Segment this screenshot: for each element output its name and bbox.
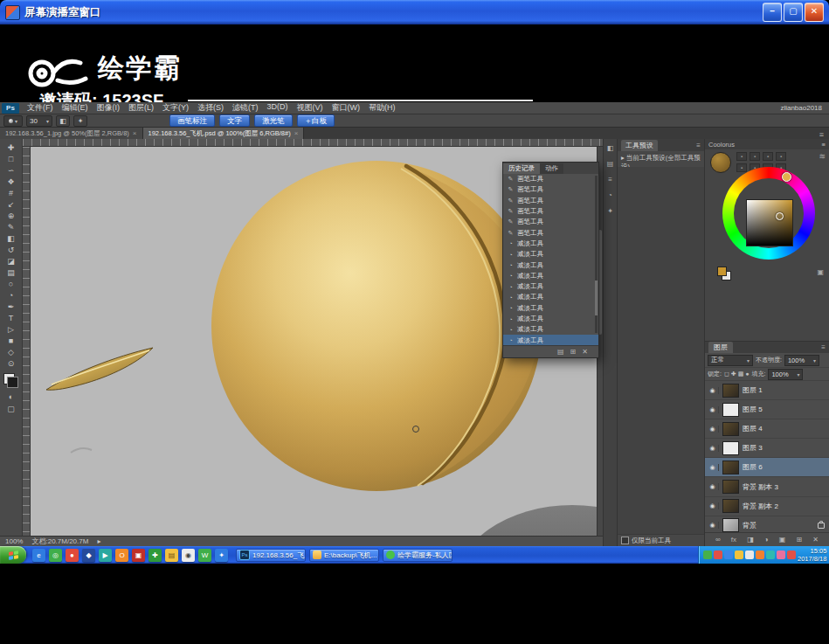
layer-thumbnail[interactable]	[722, 518, 739, 532]
visibility-eye-icon[interactable]: ◉	[707, 464, 719, 471]
tool-button[interactable]: ⊙	[4, 359, 18, 370]
collapsed-panel-icon[interactable]: ◔	[608, 191, 612, 199]
tool-button[interactable]: □	[4, 155, 18, 165]
panel-menu-icon[interactable]: ≡	[696, 142, 701, 149]
maximize-button[interactable]: ▢	[784, 3, 803, 22]
tray-icon[interactable]	[735, 551, 743, 559]
minimize-button[interactable]: –	[763, 3, 782, 22]
history-footer-icon[interactable]: ✕	[582, 348, 588, 356]
history-state-row[interactable]: ◔ 减淡工具	[503, 303, 598, 314]
tray-icon[interactable]	[756, 551, 764, 559]
history-state-row[interactable]: ✎ 画笔工具	[503, 184, 598, 195]
history-state-row[interactable]: ◔ 减淡工具	[503, 281, 598, 292]
history-footer-icon[interactable]: ▤	[557, 348, 564, 356]
overlay-tool-button[interactable]: 画笔标注	[169, 114, 215, 127]
history-footer-icon[interactable]: ⊞	[570, 348, 577, 356]
tool-presets-tab[interactable]: 工具预设	[621, 140, 658, 151]
history-state-row[interactable]: ◔ 减淡工具	[503, 249, 598, 260]
tool-button[interactable]: ⊕	[4, 211, 18, 222]
opacity-value[interactable]: 100% ▾	[784, 355, 819, 366]
tray-icon[interactable]	[745, 551, 754, 559]
quick-launch-icon[interactable]: ●	[66, 549, 79, 562]
fg-bg-mini-swatches[interactable]	[717, 267, 731, 280]
history-state-row[interactable]: ◔ 减淡工具	[503, 335, 598, 345]
tool-button[interactable]: ▤	[4, 268, 18, 279]
color-swatches[interactable]	[3, 373, 18, 388]
blend-mode-select[interactable]: 正常 ▾	[708, 355, 753, 366]
color-option-icon[interactable]: ▪	[736, 152, 747, 161]
current-tool-only-checkbox[interactable]	[621, 537, 629, 544]
layers-footer-icon[interactable]: ◑	[764, 536, 769, 544]
visibility-eye-icon[interactable]: ◉	[707, 387, 719, 394]
menu-item[interactable]: 文件(F)	[23, 102, 58, 114]
history-state-row[interactable]: ✎ 画笔工具	[503, 227, 598, 238]
tool-button[interactable]: ↺	[4, 246, 18, 256]
history-state-row[interactable]: ◔ 减淡工具	[503, 239, 598, 249]
collapsed-panel-icon[interactable]: ≡	[608, 176, 612, 184]
layer-row[interactable]: ◉ 背景	[705, 516, 829, 532]
zoom-level[interactable]: 100%	[5, 537, 23, 545]
layer-row[interactable]: ◉ 背景 副本 2	[705, 497, 829, 516]
toggle-brush-panel-button[interactable]: ◧	[56, 115, 70, 127]
layer-row[interactable]: ◉ 图层 6	[705, 458, 829, 477]
tray-icon[interactable]	[766, 551, 775, 559]
layers-footer-icon[interactable]: ◨	[747, 536, 754, 544]
background-color-swatch[interactable]	[7, 377, 18, 388]
task-button[interactable]: Ps 192.168.3.56_飞...	[236, 549, 306, 562]
history-state-row[interactable]: ✎ 画笔工具	[503, 174, 598, 184]
menu-item[interactable]: 3D(D)	[263, 102, 293, 114]
history-state-row[interactable]: ◔ 减淡工具	[503, 271, 598, 281]
history-state-row[interactable]: ◔ 减淡工具	[503, 314, 598, 324]
history-state-row[interactable]: ◔ 减淡工具	[503, 324, 598, 335]
menu-item[interactable]: 文字(Y)	[158, 102, 193, 114]
menu-item[interactable]: 窗口(W)	[328, 102, 365, 114]
quick-launch-icon[interactable]: ✚	[149, 549, 162, 562]
layers-footer-icon[interactable]: fx	[731, 536, 736, 544]
color-option-icon[interactable]: ▪	[750, 152, 760, 161]
close-tab-icon[interactable]: ×	[133, 129, 137, 137]
quick-launch-icon[interactable]: O	[115, 549, 128, 562]
close-tab-icon[interactable]: ×	[294, 129, 299, 137]
layers-footer-icon[interactable]: ✕	[812, 536, 819, 544]
menu-item[interactable]: 图层(L)	[124, 102, 158, 114]
status-arrow-icon[interactable]: ▸	[97, 537, 100, 545]
lock-option-icon[interactable]: ✚	[731, 370, 736, 377]
menu-item[interactable]: 滤镜(T)	[228, 102, 263, 114]
layer-row[interactable]: ◉ 图层 1	[705, 381, 829, 400]
panel-options-icon[interactable]: ▣	[817, 268, 824, 276]
airbrush-toggle-button[interactable]: ✦	[73, 115, 87, 127]
visibility-eye-icon[interactable]: ◉	[707, 502, 719, 509]
layers-footer-icon[interactable]: ⊞	[796, 536, 802, 544]
tray-icon[interactable]	[787, 551, 796, 559]
panel-menu-icon[interactable]: ≡	[822, 141, 826, 149]
lock-option-icon[interactable]: ●	[745, 370, 749, 377]
menu-item[interactable]: 视图(V)	[293, 102, 328, 114]
layer-thumbnail[interactable]	[722, 384, 739, 398]
scrollbar-thumb[interactable]	[595, 280, 598, 315]
history-tab[interactable]: 动作	[540, 163, 563, 174]
layer-thumbnail[interactable]	[722, 460, 739, 474]
history-state-row[interactable]: ✎ 画笔工具	[503, 217, 598, 227]
current-color-swatch[interactable]	[710, 152, 731, 173]
menu-item[interactable]: 选择(S)	[193, 102, 228, 114]
collapsed-panel-icon[interactable]: ◧	[607, 144, 614, 152]
tool-button[interactable]: ○	[4, 280, 18, 290]
tray-icon[interactable]	[703, 551, 712, 559]
quick-launch-icon[interactable]: ▣	[132, 549, 145, 562]
layers-tab[interactable]: 图层	[708, 342, 733, 353]
tool-button[interactable]: ◔	[4, 291, 18, 301]
quick-mask-icon[interactable]: ◐	[9, 392, 13, 401]
color-option-icon[interactable]: ▪	[776, 152, 786, 161]
tool-button[interactable]: ∽	[4, 166, 18, 177]
tray-icon[interactable]	[777, 551, 785, 559]
quick-launch-icon[interactable]: e	[32, 549, 45, 562]
collapsed-panel-icon[interactable]: ✦	[607, 207, 613, 215]
screen-mode-icon[interactable]: ▢	[7, 405, 15, 413]
tool-button[interactable]: ◇	[4, 348, 18, 358]
history-state-row[interactable]: ◔ 减淡工具	[503, 260, 598, 270]
document-tab[interactable]: 192.168.3.56_1.jpg @ 50%(图层 2,RGB/8) ×	[0, 128, 143, 139]
history-state-row[interactable]: ◔ 减淡工具	[503, 292, 598, 302]
tool-preset-chip[interactable]: ▾	[3, 115, 23, 127]
layer-thumbnail[interactable]	[722, 499, 739, 513]
layer-row[interactable]: ◉ 图层 5	[705, 400, 829, 419]
